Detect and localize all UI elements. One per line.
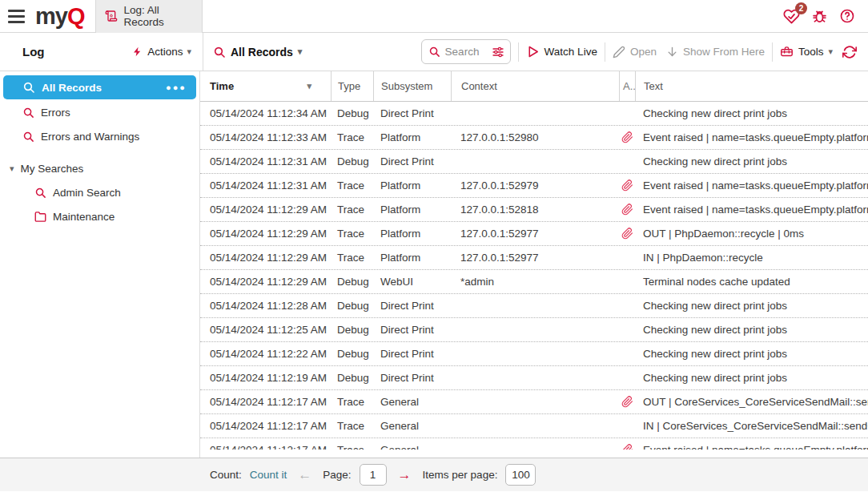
column-label: Type — [338, 80, 360, 92]
column-header-subsystem[interactable]: Subsystem — [373, 71, 451, 101]
item-options-icon[interactable]: ●●● — [166, 83, 187, 92]
cell-time: 05/14/2024 11:12:22 AM — [200, 348, 331, 360]
sidebar-group-my-searches[interactable]: ▾ My Searches — [0, 156, 199, 180]
watch-live-button[interactable]: Watch Live — [526, 45, 597, 58]
table-row[interactable]: 05/14/2024 11:12:31 AM Debug Direct Prin… — [200, 150, 868, 174]
cell-time: 05/14/2024 11:12:31 AM — [200, 179, 331, 192]
table-row[interactable]: 05/14/2024 11:12:22 AM Debug Direct Prin… — [200, 342, 868, 366]
view-selector[interactable]: All Records ▾ — [213, 46, 302, 58]
table-row[interactable]: 05/14/2024 11:12:34 AM Debug Direct Prin… — [200, 102, 868, 126]
sidebar-item-admin-search[interactable]: Admin Search — [0, 180, 199, 204]
top-bar: myQ Log: All Records 2 — [0, 0, 868, 33]
open-label: Open — [630, 46, 657, 58]
table-row[interactable]: 05/14/2024 11:12:25 AM Debug Direct Prin… — [200, 318, 868, 342]
sidebar-item-maintenance[interactable]: Maintenance — [0, 204, 199, 228]
table-row[interactable]: 05/14/2024 11:12:17 AM Trace General Eve… — [200, 438, 868, 450]
search-icon — [22, 107, 34, 119]
column-header-attachment[interactable]: A... — [619, 71, 635, 101]
hamburger-menu-icon[interactable] — [0, 10, 34, 23]
cell-subsystem: Platform — [373, 179, 451, 192]
cell-type: Debug — [331, 300, 373, 312]
cell-text: Checking new direct print jobs — [635, 155, 868, 167]
lightning-icon — [132, 46, 143, 58]
tab-log-all-records[interactable]: Log: All Records — [95, 0, 203, 33]
cell-time: 05/14/2024 11:12:29 AM — [200, 252, 331, 264]
actions-button[interactable]: Actions ▾ — [132, 46, 191, 58]
table-row[interactable]: 05/14/2024 11:12:28 AM Debug Direct Prin… — [200, 294, 868, 318]
search-icon — [22, 131, 34, 143]
cell-context: 127.0.0.1:52977 — [451, 228, 619, 240]
table-row[interactable]: 05/14/2024 11:12:29 AM Debug WebUI *admi… — [200, 270, 868, 294]
sort-chevron-icon[interactable]: ▾ — [307, 81, 311, 91]
cell-type: Debug — [331, 372, 373, 384]
table-row[interactable]: 05/14/2024 11:12:33 AM Trace Platform 12… — [200, 126, 868, 150]
cell-attachment — [619, 131, 635, 143]
table-row[interactable]: 05/14/2024 11:12:19 AM Debug Direct Prin… — [200, 366, 868, 390]
content-area: All Records ●●● Errors Errors and Warnin… — [0, 71, 868, 458]
filter-sliders-icon[interactable] — [492, 46, 504, 58]
search-icon — [22, 81, 35, 94]
column-header-time[interactable]: Time ▾ — [200, 71, 331, 101]
column-header-type[interactable]: Type — [331, 71, 373, 101]
cell-time: 05/14/2024 11:12:31 AM — [200, 155, 331, 167]
cell-context: *admin — [451, 276, 619, 288]
table-row[interactable]: 05/14/2024 11:12:17 AM Trace General OUT… — [200, 390, 868, 414]
arrow-down-icon — [666, 46, 678, 58]
table-header: Time ▾ Type Subsystem Context A... Text — [200, 71, 868, 102]
toolbox-icon — [780, 45, 794, 58]
bug-icon[interactable] — [811, 8, 828, 25]
column-label: Subsystem — [381, 80, 432, 92]
items-per-page-input[interactable] — [505, 464, 536, 486]
cell-type: Debug — [331, 324, 373, 336]
chevron-down-icon: ▾ — [187, 47, 191, 56]
previous-page-icon[interactable]: ← — [298, 468, 311, 482]
cell-text: Checking new direct print jobs — [635, 324, 868, 336]
help-icon[interactable] — [839, 8, 855, 24]
search-input[interactable] — [445, 46, 487, 58]
cell-subsystem: Direct Print — [373, 107, 451, 119]
table-row[interactable]: 05/14/2024 11:12:29 AM Trace Platform 12… — [200, 222, 868, 246]
open-button[interactable]: Open — [613, 46, 657, 58]
cell-text: IN | PhpDaemon::recycle — [635, 252, 868, 264]
table-row[interactable]: 05/14/2024 11:12:29 AM Trace Platform 12… — [200, 198, 868, 222]
page-label: Page: — [323, 469, 351, 481]
cell-subsystem: General — [373, 420, 451, 432]
page-input[interactable] — [360, 464, 387, 486]
refresh-icon[interactable] — [842, 45, 857, 59]
sidebar-item-errors-and-warnings[interactable]: Errors and Warnings — [0, 124, 199, 148]
sidebar-item-errors[interactable]: Errors — [0, 100, 199, 124]
cell-context: 127.0.0.1:52818 — [451, 204, 619, 216]
cell-type: Trace — [331, 396, 373, 408]
cell-time: 05/14/2024 11:12:19 AM — [200, 372, 331, 384]
table-row[interactable]: 05/14/2024 11:12:29 AM Trace Platform 12… — [200, 246, 868, 270]
count-label: Count: — [210, 469, 242, 481]
cell-text: OUT | PhpDaemon::recycle | 0ms — [635, 228, 868, 240]
cell-type: Trace — [331, 204, 373, 216]
cell-subsystem: WebUI — [373, 276, 451, 288]
toolbar-left: Log Actions ▾ — [0, 33, 203, 71]
cell-type: Trace — [331, 131, 373, 143]
toolbar-divider — [518, 42, 519, 62]
table-row[interactable]: 05/14/2024 11:12:17 AM Trace General IN … — [200, 414, 868, 438]
tools-button[interactable]: Tools ▾ — [780, 45, 833, 58]
view-label: All Records — [231, 46, 293, 58]
toolbar: Log Actions ▾ All Records ▾ — [0, 33, 868, 71]
cell-subsystem: Direct Print — [373, 324, 451, 336]
health-heart-icon[interactable]: 2 — [783, 8, 800, 25]
chevron-down-icon: ▾ — [828, 47, 833, 56]
search-icon — [428, 46, 440, 58]
cell-time: 05/14/2024 11:12:17 AM — [200, 420, 331, 432]
column-header-text[interactable]: Text — [635, 71, 868, 101]
myq-logo: myQ — [35, 5, 84, 28]
cell-type: Debug — [331, 276, 373, 288]
cell-context: 127.0.0.1:52977 — [451, 252, 619, 264]
sidebar-item-all-records[interactable]: All Records ●●● — [3, 75, 196, 99]
table-row[interactable]: 05/14/2024 11:12:31 AM Trace Platform 12… — [200, 174, 868, 198]
paperclip-icon — [621, 179, 633, 192]
show-from-here-button[interactable]: Show From Here — [666, 46, 765, 58]
count-it-link[interactable]: Count it — [250, 469, 287, 481]
column-header-context[interactable]: Context — [451, 71, 619, 101]
sidebar-item-label: Errors — [41, 107, 70, 119]
next-page-icon[interactable]: → — [398, 468, 412, 482]
cell-type: Trace — [331, 444, 373, 450]
